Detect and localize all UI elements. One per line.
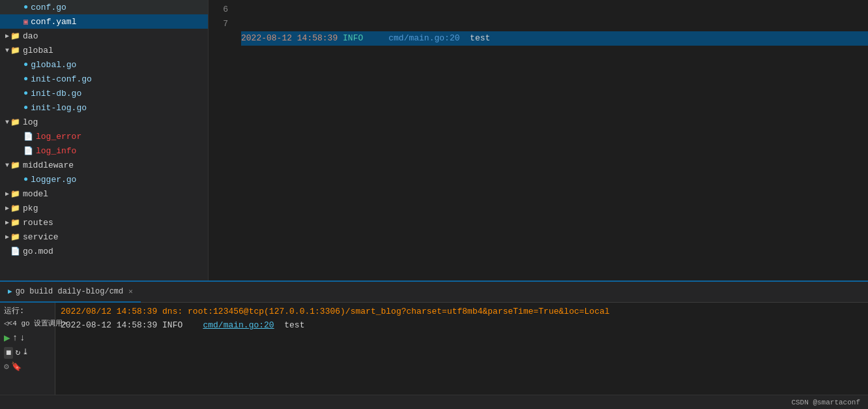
go-file-icon-init-conf: ● bbox=[23, 74, 28, 83]
tree-item-global-go[interactable]: ● global.go bbox=[0, 57, 208, 72]
line-numbers: 6 7 bbox=[209, 0, 235, 280]
bookmark-button[interactable]: 🔖 bbox=[11, 361, 22, 372]
scroll-to-end-button[interactable]: ⤓ bbox=[22, 347, 29, 359]
file-label-logger-go: logger.go bbox=[31, 175, 76, 185]
tree-item-log[interactable]: ▼ 📁 log bbox=[0, 115, 208, 129]
code-line-6: 2022-08-12 14:58:39 INFO cmd/main.go:20 … bbox=[241, 31, 868, 46]
bottom-panel: ▶ go build daily-blog/cmd ✕ 运行: ◁<4 go 设… bbox=[0, 280, 868, 395]
tab-label: go build daily-blog/cmd bbox=[16, 287, 124, 296]
output-line-1: 2022/08/12 14:58:39 dns: root:123456@tcp… bbox=[61, 305, 863, 318]
scroll-up-button[interactable]: ↑ bbox=[12, 333, 18, 343]
go-file-icon-logger: ● bbox=[23, 175, 28, 184]
tree-item-dao[interactable]: ▶ 📁 dao bbox=[0, 29, 208, 43]
folder-icon-global: 📁 bbox=[10, 46, 20, 55]
gomod-file-icon: 📄 bbox=[10, 247, 20, 256]
collapse-arrow-routes: ▶ bbox=[5, 219, 9, 226]
file-label-conf-go: conf.go bbox=[31, 3, 66, 12]
stop-button[interactable]: ■ bbox=[4, 347, 13, 359]
tab-close-button[interactable]: ✕ bbox=[128, 287, 133, 295]
log-file-icon-error: 📄 bbox=[23, 132, 33, 142]
editor-text[interactable]: 2022-08-12 14:58:39 INFO cmd/main.go:20 … bbox=[235, 0, 868, 280]
tree-item-log-error[interactable]: 📄 log_error bbox=[0, 129, 208, 144]
collapse-arrow-dao: ▶ bbox=[5, 32, 9, 40]
folder-label-routes: routes bbox=[23, 218, 53, 228]
bottom-body: 运行: ◁<4 go 设置调用> ▶ ↑ ↓ ■ ↻ ⤓ ⚙ 🔖 bbox=[0, 303, 868, 395]
go-file-icon-global: ● bbox=[23, 60, 28, 69]
bottom-tab-bar: ▶ go build daily-blog/cmd ✕ bbox=[0, 282, 868, 303]
tree-item-log-info[interactable]: 📄 log_info bbox=[0, 144, 208, 158]
tree-item-middleware[interactable]: ▼ 📁 middleware bbox=[0, 158, 208, 172]
settings-button[interactable]: ⚙ bbox=[4, 361, 9, 372]
folder-icon-model: 📁 bbox=[10, 189, 20, 199]
file-label-init-db: init-db.go bbox=[31, 89, 81, 98]
go-file-icon-init-db: ● bbox=[23, 89, 28, 98]
go-file-icon-init-log: ● bbox=[23, 103, 28, 112]
folder-label-global: global bbox=[23, 46, 53, 55]
file-label-log-error: log_error bbox=[36, 132, 81, 142]
control-buttons: ▶ ↑ ↓ bbox=[4, 331, 51, 344]
log-file-icon-info: 📄 bbox=[23, 146, 33, 156]
run-tab[interactable]: ▶ go build daily-blog/cmd ✕ bbox=[0, 282, 141, 303]
tree-item-model[interactable]: ▶ 📁 model bbox=[0, 187, 208, 201]
rerun-button[interactable]: ↻ bbox=[15, 347, 20, 359]
file-label-global-go: global.go bbox=[31, 60, 76, 70]
output-text-info-after: test bbox=[274, 318, 305, 332]
tree-item-routes[interactable]: ▶ 📁 routes bbox=[0, 215, 208, 230]
code-line-7 bbox=[241, 74, 868, 89]
tree-item-global[interactable]: ▼ 📁 global bbox=[0, 43, 208, 57]
scroll-down-button[interactable]: ↓ bbox=[20, 333, 25, 343]
tree-item-conf-go[interactable]: ● conf.go bbox=[0, 0, 208, 14]
output-text-info-before: 2022-08-12 14:58:39 INFO bbox=[61, 318, 203, 332]
file-label-init-log: init-log.go bbox=[31, 103, 87, 113]
tab-go-icon: ▶ bbox=[8, 287, 12, 295]
run-output: 2022/08/12 14:58:39 dns: root:123456@tcp… bbox=[55, 303, 868, 395]
side-buttons-row: ⚙ 🔖 bbox=[4, 361, 51, 372]
yaml-file-icon: ▣ bbox=[23, 17, 28, 27]
play-button[interactable]: ▶ bbox=[4, 331, 10, 344]
bottom-controls: 运行: ◁<4 go 设置调用> ▶ ↑ ↓ ■ ↻ ⤓ ⚙ 🔖 bbox=[0, 303, 55, 395]
collapse-arrow-model: ▶ bbox=[5, 190, 9, 198]
folder-icon-dao: 📁 bbox=[10, 31, 20, 41]
folder-icon-service: 📁 bbox=[10, 232, 20, 242]
tree-item-init-db-go[interactable]: ● init-db.go bbox=[0, 86, 208, 100]
folder-label-dao: dao bbox=[23, 31, 38, 41]
collapse-arrow-middleware: ▼ bbox=[5, 162, 9, 169]
file-label-go-mod: go.mod bbox=[23, 247, 53, 256]
run-row: 运行: bbox=[4, 305, 51, 316]
folder-icon-pkg: 📁 bbox=[10, 204, 20, 213]
file-label-conf-yaml: conf.yaml bbox=[31, 17, 76, 27]
run-label: 运行: bbox=[4, 305, 24, 316]
status-bar: CSDN @smartaconf bbox=[0, 395, 868, 409]
folder-label-pkg: pkg bbox=[23, 204, 38, 213]
tree-item-init-log-go[interactable]: ● init-log.go bbox=[0, 100, 208, 115]
folder-icon-middleware: 📁 bbox=[10, 160, 20, 170]
folder-icon-routes: 📁 bbox=[10, 218, 20, 228]
tree-item-logger-go[interactable]: ● logger.go bbox=[0, 172, 208, 187]
output-line-2: 2022-08-12 14:58:39 INFO cmd/main.go:20 … bbox=[61, 318, 863, 332]
file-label-init-conf: init-conf.go bbox=[31, 74, 92, 84]
folder-label-model: model bbox=[23, 189, 48, 199]
folder-label-log: log bbox=[23, 117, 38, 127]
tree-item-init-conf-go[interactable]: ● init-conf.go bbox=[0, 72, 208, 86]
folder-icon-log: 📁 bbox=[10, 117, 20, 127]
output-link-main[interactable]: cmd/main.go:20 bbox=[203, 318, 274, 332]
folder-label-service: service bbox=[23, 232, 59, 242]
collapse-arrow-pkg: ▶ bbox=[5, 204, 9, 212]
folder-label-middleware: middleware bbox=[23, 160, 74, 170]
editor-area: 6 7 2022-08-12 14:58:39 INFO cmd/main.go… bbox=[209, 0, 868, 280]
extra-buttons: ■ ↻ ⤓ bbox=[4, 347, 51, 359]
file-tree[interactable]: ● conf.go ▣ conf.yaml ▶ 📁 dao ▼ 📁 global bbox=[0, 0, 209, 280]
collapse-arrow-service: ▶ bbox=[5, 233, 9, 241]
tree-item-service[interactable]: ▶ 📁 service bbox=[0, 230, 208, 244]
status-text: CSDN @smartaconf bbox=[791, 399, 860, 406]
tree-item-pkg[interactable]: ▶ 📁 pkg bbox=[0, 201, 208, 215]
output-text-dns: 2022/08/12 14:58:39 dns: root:123456@tcp… bbox=[61, 305, 610, 318]
tree-item-conf-yaml[interactable]: ▣ conf.yaml bbox=[0, 14, 208, 29]
tree-item-go-mod[interactable]: ▶ 📄 go.mod bbox=[0, 244, 208, 258]
go-file-icon: ● bbox=[23, 3, 28, 12]
collapse-arrow-global: ▼ bbox=[5, 47, 9, 54]
file-label-log-info: log_info bbox=[36, 146, 76, 156]
collapse-arrow-log: ▼ bbox=[5, 119, 9, 126]
run-config-row: ◁<4 go 设置调用> bbox=[4, 318, 51, 328]
